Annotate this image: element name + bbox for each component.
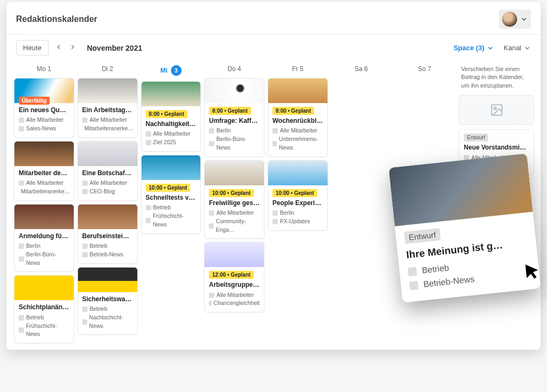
status-badge: 8:00 • Geplant (146, 110, 187, 118)
day-column-fr: Fr 5 8:00 • Geplant Wochenrückblick Alle… (267, 61, 329, 343)
card-thumbnail (205, 242, 264, 267)
kanal-filter[interactable]: Kanal (504, 44, 531, 52)
today-button[interactable]: Heute (16, 40, 49, 56)
day-number-bubble: 3 (171, 65, 182, 76)
card-thumbnail (78, 268, 137, 292)
calendar-card[interactable]: 8:00 • Geplant Umfrage: Kaffee im B… Ber… (204, 78, 264, 157)
calendar-card[interactable]: 10:00 • Geplant Freiwillige gesucht! All… (204, 160, 264, 239)
card-title: Sicherheitswarnung (82, 295, 133, 303)
day-header: Di 2 (76, 61, 139, 78)
card-thumbnail (205, 161, 264, 185)
day-header: Do 4 (203, 61, 265, 78)
status-badge: Entwurf (464, 134, 488, 142)
card-title: Schichtplanänder… (19, 303, 69, 311)
day-column-do: Do 4 8:00 • Geplant Umfrage: Kaffee im B… (203, 61, 265, 343)
card-title: Umfrage: Kaffee im B… (209, 117, 260, 124)
month-label: November 2021 (87, 44, 143, 52)
day-header: Mo 1 (13, 61, 75, 78)
channel-icon (409, 281, 419, 291)
avatar (502, 12, 517, 27)
card-thumbnail (14, 205, 74, 229)
space-icon (19, 117, 24, 123)
space-filter[interactable]: Space (3) (454, 44, 494, 52)
card-title: Mitarbeiter der Woche (19, 169, 69, 177)
calendar-card[interactable]: 8:00 • Geplant Wochenrückblick Alle Mita… (268, 78, 328, 157)
channel-icon (19, 126, 24, 131)
status-badge: 10:00 • Geplant (272, 189, 317, 197)
card-thumbnail (268, 79, 327, 103)
page-title: Redaktionskalender (16, 14, 97, 24)
calendar-card[interactable]: Mitarbeiter der Woche Alle Mitarbeiter M… (14, 141, 74, 201)
status-badge: Entwurf (404, 228, 441, 244)
space-icon (408, 267, 417, 277)
week-grid: Mo 1 Überfällig Ein neues Quartal fä… Al… (13, 61, 456, 343)
status-badge: 10:00 • Geplant (209, 189, 254, 197)
card-title: Neue Vorstandsmi… (464, 144, 529, 151)
chevron-down-icon (487, 44, 494, 52)
topbar: Redaktionskalender (6, 2, 541, 35)
card-title: People Experience N… (272, 199, 323, 207)
calendar-card[interactable]: 8:00 • Geplant Nachhaltigkeit 101 Alle M… (141, 81, 201, 152)
card-title: Wochenrückblick (272, 117, 323, 124)
day-column-di: Di 2 Ein Arbeitstag als… Alle Mitarbeite… (76, 61, 139, 343)
calendar-card[interactable]: Überfällig Ein neues Quartal fä… Alle Mi… (14, 78, 74, 138)
card-thumbnail (142, 155, 201, 180)
day-header-active: Mi 3 (140, 61, 202, 81)
calendar-card[interactable]: 10:00 • Geplant Schnelltests verfügbr… B… (141, 155, 201, 234)
dragging-card[interactable]: Entwurf Ihre Meinung ist g… Betrieb Betr… (388, 153, 541, 303)
calendar-card[interactable]: Sicherheitswarnung Betrieb Nachtschicht-… (77, 267, 138, 335)
calendar-card[interactable]: 12:00 • Geplant Arbeitsgruppe DE&I Alle … (204, 242, 264, 312)
calendar-card[interactable]: Anmeldung für Weina… Berlin Berlin-Büro-… (14, 204, 74, 272)
card-title: Arbeitsgruppe DE&I (209, 281, 260, 288)
card-title: Schnelltests verfügbr… (146, 194, 197, 201)
card-thumbnail (142, 82, 201, 106)
svg-point-1 (494, 107, 496, 109)
card-title: Eine Botschaft von der… (82, 169, 133, 177)
day-header: So 7 (394, 61, 456, 78)
user-menu[interactable] (499, 10, 531, 29)
calendar-card[interactable]: Berufseinsteiger-Bonus Betrieb Betrieb-N… (77, 204, 138, 264)
card-thumbnail (78, 205, 137, 229)
card-thumbnail (268, 161, 327, 185)
cursor-icon (522, 261, 541, 281)
day-column-mo: Mo 1 Überfällig Ein neues Quartal fä… Al… (13, 61, 75, 343)
day-column-mi: Mi 3 8:00 • Geplant Nachhaltigkeit 101 A… (140, 61, 202, 343)
card-thumbnail (205, 79, 264, 103)
day-header: Fr 5 (267, 61, 329, 78)
status-badge: 10:00 • Geplant (146, 184, 191, 192)
status-badge: Überfällig (19, 97, 50, 105)
calendar-card[interactable]: 10:00 • Geplant People Experience N… Ber… (268, 160, 328, 231)
card-thumbnail (14, 276, 74, 300)
chevron-down-icon (523, 44, 531, 52)
prev-button[interactable] (55, 43, 62, 52)
calendar-card[interactable]: Eine Botschaft von der… Alle Mitarbeiter… (77, 141, 138, 201)
card-title: Ein Arbeitstag als… (82, 106, 133, 114)
card-title: Anmeldung für Weina… (19, 232, 69, 240)
day-column-sa: Sa 6 (330, 61, 393, 343)
status-badge: 8:00 • Geplant (209, 107, 251, 115)
card-title: Berufseinsteiger-Bonus (82, 232, 133, 240)
card-thumbnail (14, 142, 74, 166)
sidebar-hint: Verschieben Sie einen Beitrag in den Kal… (459, 62, 534, 95)
card-thumbnail (78, 142, 137, 166)
calendar-card[interactable]: Ein Arbeitstag als… Alle Mitarbeiter Mit… (77, 78, 138, 138)
status-badge: 8:00 • Geplant (272, 107, 314, 115)
chevron-down-icon (520, 15, 528, 23)
image-placeholder (459, 95, 534, 125)
toolbar: Heute November 2021 Space (3) Kanal (6, 35, 541, 61)
card-title: Freiwillige gesucht! (209, 199, 260, 207)
card-title: Ein neues Quartal fä… (19, 106, 69, 114)
image-icon (490, 103, 504, 117)
card-title: Nachhaltigkeit 101 (146, 120, 197, 128)
status-badge: 12:00 • Geplant (209, 271, 254, 279)
day-header: Sa 6 (330, 61, 393, 78)
calendar-card[interactable]: Schichtplanänder… Betrieb Frühschicht-Ne… (14, 275, 74, 343)
card-thumbnail (78, 79, 137, 103)
next-button[interactable] (69, 43, 76, 52)
